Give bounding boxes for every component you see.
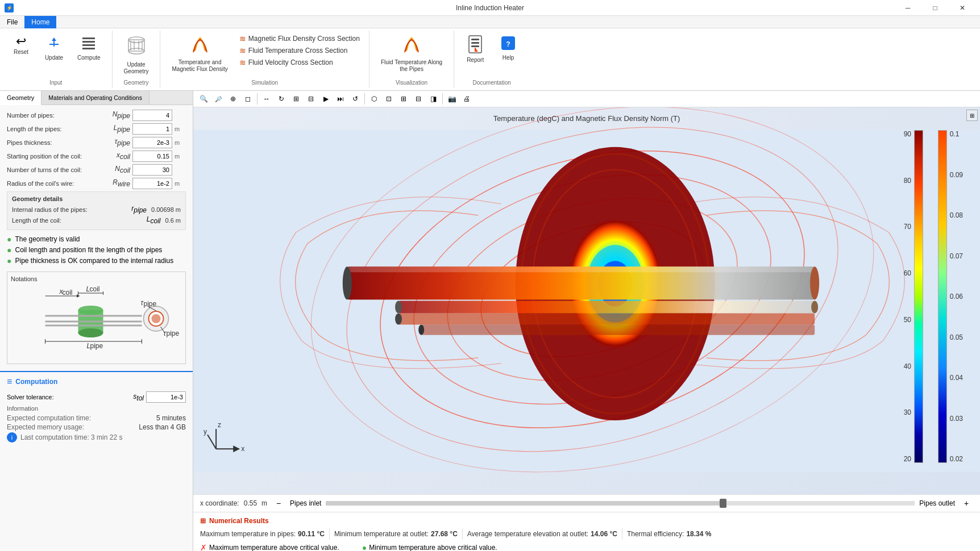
pan-button[interactable]: ↔ bbox=[260, 93, 273, 105]
zoom-fit-button[interactable]: ⊕ bbox=[226, 93, 240, 105]
flux-label-004: 0.04 bbox=[950, 374, 963, 382]
coil-length-label: Length of the coil: bbox=[12, 217, 136, 224]
solver-tolerance-row: Solver tolerance: stol bbox=[7, 391, 186, 403]
length-pipes-input[interactable] bbox=[132, 123, 172, 135]
tab-geometry[interactable]: Geometry bbox=[0, 91, 41, 105]
mag-flux-icon: ≋ bbox=[239, 34, 246, 43]
app-icon: ⚡ bbox=[5, 3, 14, 12]
help-button[interactable]: ? Help bbox=[494, 33, 522, 64]
replay-button[interactable]: ↺ bbox=[348, 93, 362, 105]
coord-slider-thumb[interactable] bbox=[720, 499, 726, 508]
minimize-button[interactable]: ─ bbox=[895, 0, 921, 16]
flux-color-bar bbox=[938, 130, 947, 463]
update-geometry-label: UpdateGeometry bbox=[124, 61, 149, 75]
snapshot-button[interactable]: 📷 bbox=[445, 93, 459, 105]
temp-mag-button[interactable]: Temperature andMagnetic Flux Density bbox=[167, 33, 232, 75]
ribbon-group-geometry: UpdateGeometry Geometry bbox=[113, 31, 161, 88]
coil-wire-input[interactable] bbox=[132, 178, 172, 189]
num-turns-label: Number of turns of the coil: bbox=[7, 166, 99, 173]
warning-text-1: Maximum temperature above critical value… bbox=[209, 544, 339, 551]
svg-rect-14 bbox=[471, 45, 479, 47]
report-icon bbox=[467, 35, 483, 56]
mag-flux-label: Magnetic Flux Density Cross Section bbox=[248, 35, 360, 43]
coil-wire-label: Radius of the coil's wire: bbox=[7, 180, 99, 187]
result-sep-3 bbox=[622, 528, 622, 540]
fluid-temp-button[interactable]: ≋ Fluid Temperature Cross Section bbox=[237, 45, 362, 56]
rotate-button[interactable]: ↻ bbox=[275, 93, 288, 105]
slice-button[interactable]: ◨ bbox=[426, 93, 440, 105]
fluid-vel-button[interactable]: ≋ Fluid Velocity Cross Section bbox=[237, 57, 362, 68]
iso-view-button[interactable]: ⬡ bbox=[367, 93, 381, 105]
window-controls: ─ □ ✕ bbox=[895, 0, 975, 16]
zoom-in-button[interactable]: 🔍 bbox=[197, 93, 210, 105]
select-button[interactable]: ⊞ bbox=[289, 93, 303, 105]
svg-text:z: z bbox=[218, 421, 221, 429]
coil-wire-row: Radius of the coil's wire: Rwire m bbox=[7, 178, 186, 189]
temp-label-top: 90 bbox=[904, 130, 911, 138]
computation-title: ≡ Computation bbox=[7, 377, 186, 387]
fluid-temp-pipes-icon bbox=[401, 35, 422, 58]
starting-pos-label: Starting position of the coil: bbox=[7, 153, 99, 160]
flux-label-008: 0.08 bbox=[950, 211, 963, 219]
svg-rect-64 bbox=[421, 325, 815, 335]
tab-materials[interactable]: Materials and Operating Conditions bbox=[41, 91, 150, 105]
validation-text-1: The geometry is valid bbox=[15, 235, 80, 243]
num-pipes-input[interactable] bbox=[132, 110, 172, 121]
flux-label-005: 0.05 bbox=[950, 333, 963, 341]
computation-icon: ≡ bbox=[7, 377, 12, 387]
warning-icon-1: ✗ bbox=[200, 543, 207, 551]
internal-radius-row: Internal radius of the pipes: rpipe 0.00… bbox=[12, 204, 181, 214]
report-button[interactable]: Report bbox=[461, 33, 489, 66]
internal-radius-label: Internal radius of the pipes: bbox=[12, 206, 122, 213]
min-temp-value: 27.68 °C bbox=[431, 530, 458, 538]
reset-button[interactable]: ↩ Reset bbox=[7, 33, 35, 58]
flux-label-007: 0.07 bbox=[950, 252, 963, 260]
maximize-button[interactable]: □ bbox=[922, 0, 948, 16]
ok-text-1: Minimum temperature above critical value… bbox=[369, 544, 497, 551]
coord-slider-track[interactable] bbox=[326, 501, 915, 506]
title-bar-left: ⚡ bbox=[5, 3, 14, 12]
mesh-view-button[interactable]: ⊟ bbox=[412, 93, 425, 105]
coord-increase-button[interactable]: + bbox=[960, 497, 973, 510]
coil-length-symbol: Lcoil bbox=[140, 215, 160, 225]
coil-wire-unit: m bbox=[175, 180, 186, 187]
clip-button[interactable]: ⊟ bbox=[304, 93, 318, 105]
starting-pos-input[interactable] bbox=[132, 151, 172, 162]
update-button[interactable]: Update bbox=[40, 33, 68, 64]
max-temp-warning: ✗ Maximum temperature above critical val… bbox=[200, 543, 339, 551]
numerical-results-section: ⊞ Numerical Results Maximum temperature … bbox=[193, 512, 980, 551]
coord-decrease-button[interactable]: − bbox=[272, 497, 285, 510]
menu-file[interactable]: File bbox=[0, 16, 24, 28]
close-button[interactable]: ✕ bbox=[949, 0, 975, 16]
avg-temp-item: Average temperature elevation at outlet:… bbox=[467, 530, 617, 538]
skip-button[interactable]: ⏭ bbox=[334, 93, 347, 105]
viz-toolbar: 🔍 🔎 ⊕ ◻ ↔ ↻ ⊞ ⊟ ▶ ⏭ ↺ ⬡ ⊡ ⊞ ⊟ ◨ 📷 🖨 bbox=[193, 91, 980, 107]
result-sep-1 bbox=[329, 528, 330, 540]
print-button[interactable]: 🖨 bbox=[460, 93, 474, 105]
compute-label: Compute bbox=[77, 55, 101, 61]
update-geometry-button[interactable]: UpdateGeometry bbox=[119, 33, 153, 77]
temp-label-20: 20 bbox=[904, 455, 911, 463]
simulation-group-label: Simulation bbox=[251, 78, 278, 86]
grid-view-button[interactable]: ⊞ bbox=[397, 93, 410, 105]
fluid-temp-pipes-button[interactable]: Fluid Temperature Alongthe Pipes bbox=[376, 33, 447, 75]
mag-flux-button[interactable]: ≋ Magnetic Flux Density Cross Section bbox=[237, 33, 362, 44]
menu-home[interactable]: Home bbox=[24, 16, 56, 28]
front-view-button[interactable]: ⊡ bbox=[382, 93, 396, 105]
starting-pos-row: Starting position of the coil: xcoil m bbox=[7, 151, 186, 162]
play-button[interactable]: ▶ bbox=[319, 93, 333, 105]
info-icon[interactable]: i bbox=[7, 432, 17, 443]
solver-input[interactable] bbox=[146, 391, 186, 403]
length-pipes-unit: m bbox=[175, 126, 186, 132]
compute-button[interactable]: Compute bbox=[73, 33, 105, 64]
toolbar-sep-3 bbox=[442, 93, 443, 105]
right-panel: 🔍 🔎 ⊕ ◻ ↔ ↻ ⊞ ⊟ ▶ ⏭ ↺ ⬡ ⊡ ⊞ ⊟ ◨ 📷 🖨 Temp… bbox=[193, 91, 980, 551]
view-controls-button[interactable]: ◻ bbox=[241, 93, 255, 105]
pipes-thickness-input[interactable] bbox=[132, 137, 172, 148]
solver-label: Solver tolerance: bbox=[7, 394, 119, 400]
num-turns-input[interactable] bbox=[132, 164, 172, 176]
valid-icon-1: ● bbox=[7, 235, 11, 244]
zoom-out-button[interactable]: 🔎 bbox=[211, 93, 225, 105]
coord-x-value: 0.55 bbox=[244, 499, 257, 507]
coord-x-label: x coordinate: bbox=[200, 499, 239, 507]
